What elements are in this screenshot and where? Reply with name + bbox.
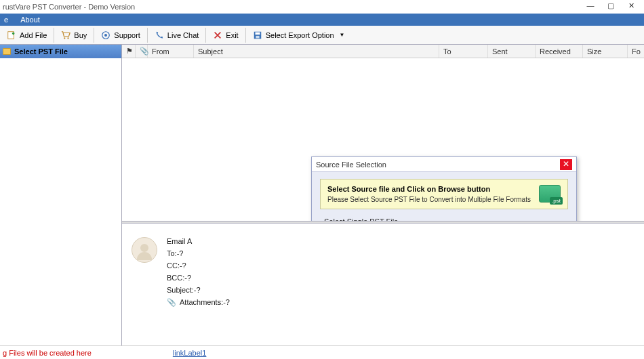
- message-detail-pane: Email A To:-? CC:-? BCC:-? Subject:-? 📎A…: [122, 224, 644, 345]
- dialog-close-button[interactable]: ✕: [560, 159, 572, 170]
- detail-attachments: 📎Attachments:-?: [167, 298, 230, 307]
- window-title: rustVare PST Converter - Demo Version: [3, 3, 580, 11]
- source-file-dialog: Source File Selection ✕ Select Source fi…: [311, 156, 577, 221]
- svg-rect-6: [255, 32, 260, 35]
- detail-subject: Subject:-?: [167, 286, 230, 294]
- column-to[interactable]: To: [439, 45, 488, 58]
- save-icon: [253, 30, 262, 40]
- paperclip-icon: 📎: [167, 298, 176, 306]
- grid-header: ⚑ 📎 From Subject To Sent Received Size F…: [122, 45, 644, 58]
- column-from[interactable]: From: [148, 45, 194, 58]
- buy-button[interactable]: Buy: [56, 28, 92, 42]
- export-option-button[interactable]: Select Export Option ▼: [247, 28, 350, 42]
- detail-email: Email A: [167, 237, 230, 245]
- menu-file[interactable]: e: [4, 16, 8, 24]
- column-attachment[interactable]: 📎: [136, 45, 148, 58]
- dialog-title: Source File Selection: [316, 161, 386, 169]
- svg-rect-7: [256, 35, 259, 38]
- column-sent[interactable]: Sent: [488, 45, 536, 58]
- grid-body: Source File Selection ✕ Select Source fi…: [122, 58, 644, 221]
- column-size[interactable]: Size: [583, 45, 628, 58]
- status-link[interactable]: linkLabel1: [173, 349, 207, 357]
- svg-point-1: [64, 37, 65, 39]
- single-file-label: Select Single PST File: [324, 217, 568, 221]
- window-titlebar: rustVare PST Converter - Demo Version — …: [0, 0, 644, 14]
- status-bar: g Files will be created here linkLabel1: [0, 345, 644, 359]
- support-icon: [101, 30, 110, 40]
- exit-icon: [213, 30, 222, 40]
- left-pane-header: Select PST File: [0, 45, 121, 58]
- column-flag[interactable]: ⚑: [122, 45, 136, 58]
- status-message: g Files will be created here: [3, 349, 92, 357]
- chevron-down-icon: ▼: [340, 32, 345, 38]
- svg-point-2: [68, 37, 69, 39]
- detail-to: To:-?: [167, 249, 230, 257]
- live-chat-button[interactable]: Live Chat: [149, 28, 204, 42]
- support-button[interactable]: Support: [96, 28, 146, 42]
- column-folder[interactable]: Fo: [628, 45, 644, 58]
- folder-icon: [3, 48, 11, 55]
- menu-about[interactable]: About: [20, 16, 40, 24]
- banner-title: Select Source file and Click on Browse b…: [327, 185, 532, 193]
- detail-bcc: BCC:-?: [167, 274, 230, 282]
- add-file-icon: [7, 30, 16, 40]
- content-area: Select PST File ⚑ 📎 From Subject To Sent…: [0, 45, 644, 345]
- column-received[interactable]: Received: [536, 45, 583, 58]
- add-file-button[interactable]: Add File: [1, 28, 52, 42]
- menubar: e About: [0, 14, 644, 26]
- pst-file-icon: [539, 185, 561, 203]
- avatar: [132, 237, 157, 263]
- left-pane: Select PST File: [0, 45, 122, 345]
- maximize-button[interactable]: ▢: [601, 1, 621, 13]
- dialog-banner: Select Source file and Click on Browse b…: [320, 179, 568, 209]
- banner-subtitle: Please Select Source PST File to Convert…: [327, 196, 532, 203]
- cart-icon: [61, 30, 71, 40]
- toolbar: Add File Buy Support Live Chat Exit Sele…: [0, 26, 644, 45]
- svg-point-4: [104, 33, 107, 36]
- close-window-button[interactable]: ✕: [621, 1, 641, 13]
- detail-cc: CC:-?: [167, 261, 230, 270]
- phone-icon: [155, 30, 164, 40]
- column-subject[interactable]: Subject: [194, 45, 439, 58]
- minimize-button[interactable]: —: [580, 1, 601, 13]
- dialog-titlebar: Source File Selection ✕: [312, 157, 576, 172]
- right-pane: ⚑ 📎 From Subject To Sent Received Size F…: [122, 45, 644, 345]
- exit-button[interactable]: Exit: [207, 28, 243, 42]
